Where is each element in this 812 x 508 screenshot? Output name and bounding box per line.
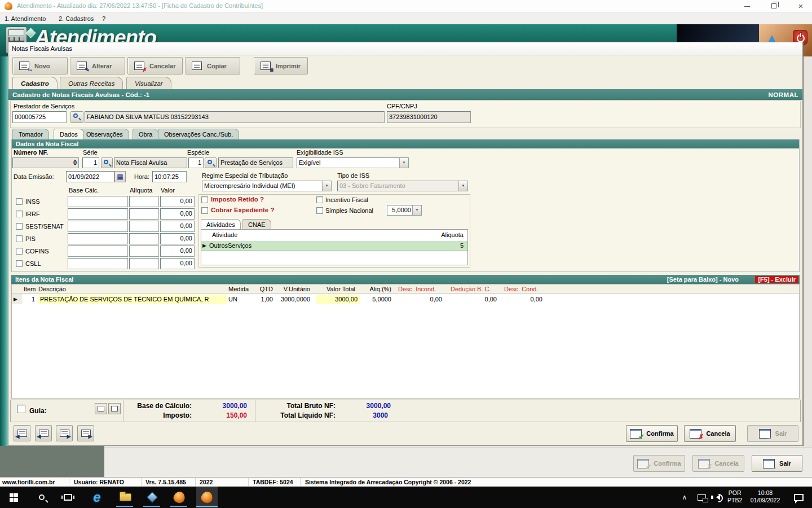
tab-outras-receitas[interactable]: Outras Receitas	[60, 77, 123, 89]
csll-checkbox[interactable]	[16, 260, 23, 267]
app3-taskbar-button[interactable]	[141, 487, 164, 508]
csll-base-input[interactable]	[68, 258, 128, 269]
csll-aliq-input[interactable]	[129, 258, 159, 269]
inss-aliq-input[interactable]	[129, 196, 159, 207]
tab-dados[interactable]: Dados	[54, 129, 84, 139]
tab-cnae[interactable]: CNAE	[242, 219, 271, 229]
sest-valor-input[interactable]: 0,00	[160, 221, 195, 232]
inss-label: INSS	[25, 198, 40, 205]
irrf-base-input[interactable]	[68, 208, 128, 220]
fiorilli-app-button[interactable]	[168, 487, 191, 508]
menu-help[interactable]: ?	[102, 15, 105, 22]
simples-valor-select[interactable]: 5,0000▼	[387, 205, 422, 216]
window-title: Atendimento - Atualizado dia: 27/06/2022…	[17, 2, 263, 9]
serie-search-button[interactable]	[101, 157, 113, 168]
nav-last-button[interactable]: ▶	[77, 425, 94, 441]
cancelar-button[interactable]: ✗ Cancelar	[127, 57, 183, 75]
serie-input[interactable]: 1	[82, 157, 99, 168]
simples-label: Simples Nacional	[325, 207, 373, 214]
cofins-checkbox[interactable]	[16, 248, 23, 255]
cobrar-expediente-checkbox[interactable]	[201, 207, 208, 214]
language-indicator[interactable]: POR PTB2	[727, 489, 742, 504]
aliq-cell[interactable]: 5,0000	[361, 295, 394, 304]
sest-base-input[interactable]	[68, 221, 128, 232]
csll-valor-input[interactable]: 0,00	[160, 258, 195, 269]
nav-prev-button[interactable]: ◀	[35, 425, 52, 441]
close-button[interactable]: ×	[788, 0, 812, 12]
confirma-button[interactable]: ✔ Confirma	[626, 425, 678, 442]
regime-select[interactable]: Microempresário Individual (MEI)▼	[202, 181, 332, 191]
copiar-button[interactable]: Copiar	[185, 57, 240, 75]
regime-label: Regime Especial de Tributação	[202, 172, 288, 179]
especie-search-button[interactable]	[205, 157, 217, 168]
hora-input[interactable]: 10:07:25	[152, 171, 187, 182]
qtd-cell[interactable]: 1,00	[254, 295, 275, 304]
ie-taskbar-button[interactable]: e	[86, 487, 108, 508]
tab-obra[interactable]: Obra	[133, 129, 158, 139]
inss-checkbox[interactable]	[16, 198, 23, 205]
menu-cadastros[interactable]: 2. Cadastros	[59, 15, 94, 22]
calendar-button[interactable]: ▦	[114, 171, 126, 182]
tab-atividades[interactable]: Atividades	[201, 219, 241, 229]
imprimir-button[interactable]: ▦ Imprimir	[254, 57, 308, 75]
tab-observacoes[interactable]: Observações	[80, 129, 129, 139]
restore-button[interactable]	[761, 0, 786, 12]
nav-next-button[interactable]: ▶	[56, 425, 73, 441]
irrf-valor-input[interactable]: 0,00	[160, 208, 195, 220]
volume-tray-button[interactable]	[707, 487, 726, 508]
prestador-search-button[interactable]	[70, 111, 83, 123]
cofins-valor-input[interactable]: 0,00	[160, 246, 195, 257]
cofins-base-input[interactable]	[68, 246, 128, 257]
taskbar-search-button[interactable]	[30, 487, 53, 508]
menu-atendimento[interactable]: 1. Atendimento	[5, 15, 46, 22]
tab-tomador[interactable]: Tomador	[12, 129, 49, 139]
tipo-iss-label: Tipo de ISS	[337, 172, 369, 179]
incentivo-checkbox[interactable]	[316, 196, 323, 203]
pis-checkbox[interactable]	[16, 235, 23, 242]
explorer-taskbar-button[interactable]	[114, 487, 136, 508]
prestador-code-input[interactable]: 000005725	[12, 111, 67, 123]
exigibilidade-select[interactable]: Exigível▼	[297, 157, 409, 168]
sest-aliq-input[interactable]	[129, 221, 159, 232]
tab-cadastro[interactable]: Cadastro	[12, 77, 58, 89]
novo-button[interactable]: 1= Novo	[12, 57, 68, 75]
cofins-aliq-input[interactable]	[129, 246, 159, 257]
pis-valor-input[interactable]: 0,00	[160, 233, 195, 244]
simples-checkbox[interactable]	[316, 207, 323, 214]
fiorilli-active-app-button[interactable]	[196, 487, 218, 508]
action-center-button[interactable]	[787, 487, 810, 508]
nav-first-button[interactable]: ◀	[14, 425, 30, 441]
imposto-retido-checkbox[interactable]	[201, 196, 208, 203]
guia-print-button[interactable]	[108, 403, 121, 414]
data-emissao-input[interactable]: 01/09/2022	[66, 171, 114, 182]
inss-base-input[interactable]	[68, 196, 128, 207]
especie-input[interactable]: 1	[188, 157, 204, 168]
clock[interactable]: 10:08 01/09/2022	[744, 489, 786, 504]
desc-incond-cell[interactable]: 0,00	[396, 295, 444, 304]
descricao-cell[interactable]: PRESTAÇÃO DE SERVIÇOS DE TÉCNICO EM QUÍM…	[38, 295, 227, 304]
pis-base-input[interactable]	[68, 233, 128, 244]
numero-input[interactable]: 0	[12, 157, 79, 168]
irrf-aliq-input[interactable]	[129, 208, 159, 220]
tab-observacoes-canc[interactable]: Observações Canc./Sub.	[158, 129, 239, 139]
tab-visualizar[interactable]: Visualizar	[126, 77, 171, 89]
sest-checkbox[interactable]	[16, 223, 23, 230]
outer-sair-button[interactable]: → Sair	[752, 455, 802, 472]
item-cell[interactable]: 1	[21, 295, 37, 304]
valor-total-cell[interactable]: 3000,00	[316, 295, 360, 304]
guia-checkbox[interactable]	[17, 405, 25, 413]
start-button[interactable]	[2, 487, 25, 508]
medida-cell[interactable]: UN	[226, 295, 253, 304]
desc-cond-cell[interactable]: 0,00	[502, 295, 545, 304]
alterar-button[interactable]: ✎ Alterar	[70, 57, 125, 75]
inss-valor-input[interactable]: 0,00	[160, 196, 195, 207]
guia-view-button[interactable]	[95, 403, 107, 414]
tray-expand-button[interactable]: ∧	[676, 487, 694, 508]
cancela-button[interactable]: ✗ Cancela	[684, 425, 736, 442]
pis-aliq-input[interactable]	[129, 233, 159, 244]
irrf-checkbox[interactable]	[16, 211, 23, 217]
task-view-button[interactable]	[56, 487, 79, 508]
vunitario-cell[interactable]: 3000,0000	[277, 295, 312, 304]
minimize-button[interactable]	[735, 0, 760, 12]
deducao-cell[interactable]: 0,00	[448, 295, 499, 304]
